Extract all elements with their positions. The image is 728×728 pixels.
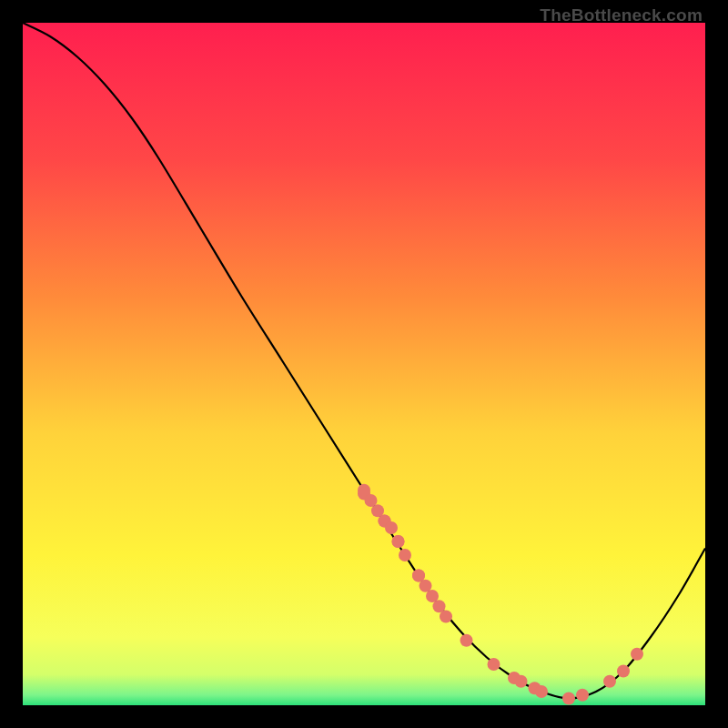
curve-marker	[515, 675, 528, 688]
chart-frame: TheBottleneck.com	[0, 0, 728, 728]
gradient-background	[23, 23, 705, 705]
curve-marker	[631, 648, 643, 661]
curve-marker	[440, 611, 452, 623]
curve-marker	[617, 665, 630, 678]
curve-marker	[576, 689, 589, 702]
curve-marker	[535, 685, 548, 698]
chart-svg	[23, 23, 705, 705]
curve-marker	[385, 521, 398, 534]
curve-marker	[603, 675, 616, 688]
curve-marker	[399, 549, 411, 561]
chart-plot-area	[23, 23, 705, 705]
curve-marker	[392, 535, 405, 548]
curve-marker	[460, 634, 473, 647]
curve-marker	[488, 658, 500, 671]
curve-marker	[562, 693, 575, 705]
